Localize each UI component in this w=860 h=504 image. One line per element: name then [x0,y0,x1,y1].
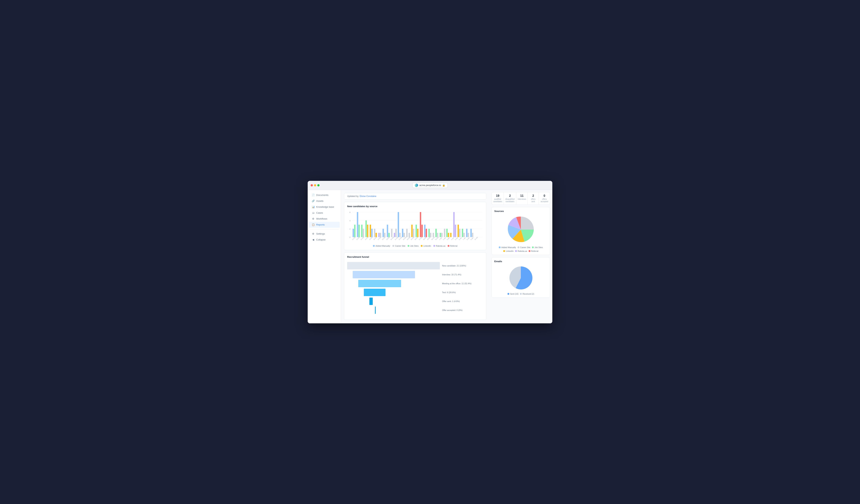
svg-rect-49 [441,233,443,237]
stat-label-offers-sent: offers sent [529,198,537,203]
sources-dot-added-manually [499,246,501,248]
svg-rect-57 [459,229,460,237]
emails-pie-wrap: Sent (15) Received (2) [494,265,547,295]
funnel-row-1: Interview: 15 (71.4%) [347,271,483,278]
logo-icon [415,184,418,187]
legend-label-added-manually: Added Manually [375,245,390,247]
funnel-bar-5 [375,306,376,314]
svg-text:2 Jan: 2 Jan [443,237,446,240]
sidebar-item-knowledge-base[interactable]: 📊 Knowledge base [309,204,340,210]
legend-dot-linkedin [421,245,422,247]
dot-red[interactable] [311,184,313,186]
document-icon: 📄 [312,193,315,197]
stat-number-qualified: 19 [493,194,502,198]
svg-rect-16 [370,225,371,237]
sidebar-item-documents[interactable]: 📄 Documents [309,192,340,198]
sources-legend-job-sites: Job Sites [532,246,543,248]
svg-rect-14 [366,220,367,237]
svg-rect-43 [428,229,430,237]
sources-legend-career-site: Career Site [517,246,530,248]
funnel-bar-2 [358,280,401,287]
sources-legend-referral: Referral [529,250,539,252]
legend-dot-career-site [392,245,394,247]
funnel-bar-wrap-2 [347,280,440,287]
legend-linkedin: LinkedIn [421,245,431,247]
candidates-legend: Added Manually Career Site Job Sites Lin… [347,245,483,247]
sources-dot-linkedin [503,250,505,252]
dot-green[interactable] [317,184,319,186]
funnel-bar-0 [347,262,440,270]
assets-icon: 🔗 [312,200,315,203]
svg-text:6 Jan: 6 Jan [459,237,462,240]
sidebar-item-reports[interactable]: 📋 Reports [309,222,340,228]
legend-label-job-sites: Job Sites [410,245,418,247]
svg-rect-11 [358,225,360,237]
stat-label-qualified: qualified candidates [493,198,502,203]
funnel-row-0: New candidate: 21 (100%) [347,262,483,270]
url-bar[interactable]: acme.peopleforce.io 🔒 [412,183,447,188]
funnel-bar-wrap-1 [347,271,440,278]
sidebar-item-settings[interactable]: ⚙ Settings [309,231,340,237]
sidebar-item-assets[interactable]: 🔗 Assets [309,198,340,204]
stat-offers-sent: 2 offers sent [528,192,539,204]
svg-rect-62 [470,229,472,237]
sources-legend-added-manually: Added Manually [499,246,516,248]
svg-rect-30 [399,233,401,237]
sidebar-item-workflows[interactable]: ⚙ Workflows [309,216,340,222]
emails-label-sent: Sent (15) [510,293,518,295]
legend-label-rabota: Rabota.ua [436,245,445,247]
workflows-icon: ⚙ [312,217,315,220]
svg-text:2: 2 [349,228,350,230]
svg-rect-29 [398,212,399,237]
svg-rect-13 [363,229,364,237]
svg-rect-51 [446,229,448,237]
svg-text:8 Jan: 8 Jan [466,237,470,240]
svg-rect-58 [462,229,463,237]
svg-rect-8 [353,229,354,237]
stat-label-offers-accepted: offers accepted [540,198,548,203]
funnel-row-2: Meeting at the office: 11 (52.4%) [347,280,483,287]
sidebar-label-documents: Documents [316,193,328,197]
funnel-row-4: Offer sent: 1 (4.8%) [347,298,483,305]
funnel-bar-3 [364,289,386,296]
svg-rect-24 [387,225,388,237]
svg-rect-59 [463,233,465,237]
svg-rect-63 [472,233,473,237]
app-layout: 📄 Documents 🔗 Assets 📊 Knowledge base 🗂 … [308,190,552,323]
stat-qualified: 19 qualified candidates [492,192,504,204]
legend-dot-added-manually [373,245,375,247]
svg-rect-56 [458,225,459,237]
funnel-label-1: Interview: 15 (71.4%) [442,273,461,276]
svg-rect-31 [402,229,403,237]
legend-referral: Referral [448,245,457,247]
updated-by-author[interactable]: Eloise Constaine [360,195,376,198]
sidebar-label-cases: Cases [316,212,323,214]
dot-yellow[interactable] [314,184,316,186]
funnel-bar-wrap-4 [347,298,440,305]
cases-icon: 🗂 [312,212,315,214]
svg-rect-18 [374,229,375,237]
legend-career-site: Career Site [392,245,405,247]
svg-rect-28 [395,229,397,237]
sources-label-job-sites: Job Sites [534,246,543,248]
sources-legend-rabota: Rabota.ua [515,250,527,252]
right-panel: 19 qualified candidates 2 disqualified c… [489,190,552,323]
funnel-row-5: Offer accepted: 0 (0%) [347,306,483,314]
stat-label-disqualified: disqualified candidates [505,198,515,203]
sidebar-label-knowledge-base: Knowledge base [316,205,334,208]
emails-dot-sent [507,293,509,295]
svg-rect-15 [367,225,368,237]
sources-label-added-manually: Added Manually [501,246,516,248]
svg-rect-41 [424,225,425,237]
emails-legend: Sent (15) Received (2) [507,293,534,295]
svg-rect-12 [361,225,362,237]
sidebar-item-cases[interactable]: 🗂 Cases [309,210,340,216]
funnel-bar-wrap-5 [347,306,440,314]
svg-rect-48 [440,233,441,237]
svg-rect-39 [420,212,421,237]
svg-rect-40 [421,225,423,237]
funnel-card: Recruitment funnel New candidate: 21 (10… [344,253,486,320]
svg-rect-50 [444,229,445,237]
sidebar-item-collapse[interactable]: ◀ Collapse [309,237,340,243]
svg-rect-32 [403,233,405,237]
